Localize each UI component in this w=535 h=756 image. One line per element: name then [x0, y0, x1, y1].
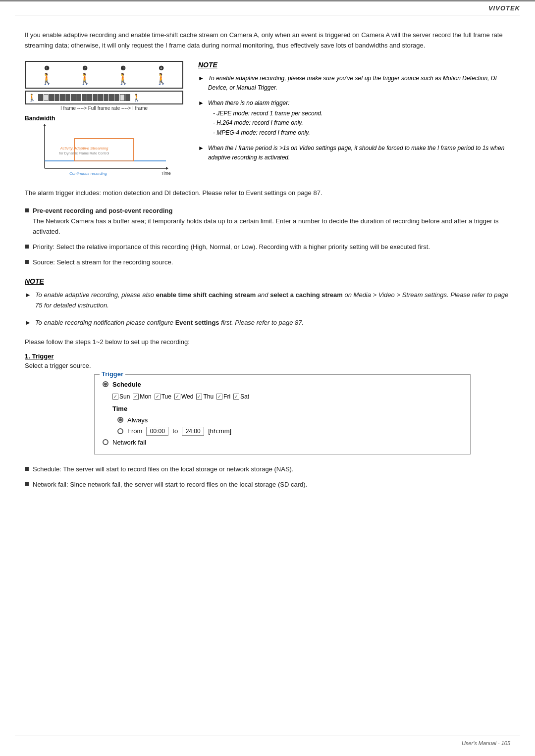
note-arrow-2: ► — [198, 99, 204, 138]
trigger-heading: 1. Trigger — [25, 353, 510, 360]
note-text-3: When the I frame period is >1s on Video … — [208, 144, 510, 162]
bottom-bullet-2: Network fail: Since network fail, the se… — [25, 480, 510, 490]
svg-text:Continuous recording: Continuous recording — [69, 171, 107, 176]
note-item-3: ► When the I frame period is >1s on Vide… — [198, 144, 510, 162]
person-icon-3: 🚶 — [116, 73, 130, 86]
frame-cell-8 — [76, 94, 81, 101]
wednesday-checkbox[interactable]: ✓ Wed — [174, 393, 193, 400]
frames-bar: 🚶 — [25, 91, 183, 104]
bottom-bullet-square-2 — [25, 482, 29, 486]
note-arrow-1: ► — [198, 74, 204, 93]
bottom-bullet-section: Schedule: The server will start to recor… — [25, 464, 510, 490]
frame-cell-4 — [54, 94, 59, 101]
time-options: Always From to [hh:mm] — [117, 416, 462, 436]
thursday-label: Thu — [203, 393, 214, 400]
person-icon-1: 🚶 — [40, 73, 54, 86]
frame-cell-10 — [87, 94, 92, 101]
hhmm-label: [hh:mm] — [208, 427, 231, 435]
bottom-bullet-text-1: Schedule: The server will start to recor… — [33, 464, 510, 475]
chart-svg: Activity Adaptive Streaming for Dynamic … — [25, 124, 183, 178]
svg-text:for Dynamic Frame Rate Control: for Dynamic Frame Rate Control — [59, 151, 109, 155]
thursday-checkbox[interactable]: ✓ Thu — [196, 393, 214, 400]
bullet-title-1: Pre-event recording and post-event recor… — [33, 207, 172, 214]
trigger-box-title: Trigger — [100, 370, 125, 378]
frame-cell-7 — [71, 94, 76, 101]
friday-check-icon: ✓ — [216, 394, 222, 400]
frame-label-row: I frame ----> Full frame rate ----> I fr… — [25, 105, 183, 111]
note-item-2: ► When there is no alarm trigger: - JEPE… — [198, 99, 510, 138]
big-note-arrow-1: ► — [25, 290, 31, 311]
from-input[interactable] — [146, 427, 168, 436]
bullet-item-2: Priority: Select the relative importance… — [25, 242, 510, 252]
friday-checkbox[interactable]: ✓ Fri — [216, 393, 230, 400]
schedule-row: Schedule — [103, 381, 462, 388]
content-area: If you enable adaptive recording and ena… — [0, 15, 535, 517]
friday-label: Fri — [223, 393, 230, 400]
bottom-bullet-text-2: Network fail: Since network fail, the se… — [33, 480, 510, 490]
note-title: NOTE — [198, 61, 510, 69]
network-fail-label: Network fail — [112, 439, 146, 446]
schedule-label: Schedule — [112, 381, 141, 388]
frame-cell-13 — [104, 94, 108, 101]
tuesday-check-icon: ✓ — [155, 394, 160, 400]
trigger-box: Trigger Schedule ✓ Sun ✓ Mon — [94, 374, 471, 454]
tuesday-label: Tue — [161, 393, 171, 400]
always-radio[interactable] — [117, 417, 123, 423]
wednesday-check-icon: ✓ — [174, 394, 180, 400]
note-text-2-wrapper: When there is no alarm trigger: - JEPE m… — [208, 99, 322, 138]
network-fail-radio[interactable] — [103, 439, 108, 445]
svg-marker-3 — [166, 167, 168, 170]
steps-intro: Please follow the steps 1~2 below to set… — [25, 338, 510, 346]
time-label: Time — [112, 405, 462, 412]
sub-item-3: - MPEG-4 mode: record I frame only. — [213, 128, 322, 138]
saturday-checkbox[interactable]: ✓ Sat — [233, 393, 249, 400]
figures-box: ❶ 🚶 ❷ 🚶 ❸ 🚶 ❹ 🚶 — [25, 61, 183, 89]
note-text-1: To enable adaptive recording, please mak… — [208, 74, 510, 93]
footer-text: User's Manual - 105 — [462, 740, 510, 746]
schedule-radio[interactable] — [103, 381, 108, 387]
big-note-item-2: ► To enable recording notification pleas… — [25, 318, 510, 328]
small-person-icon: 🚶 — [28, 94, 36, 101]
frame-cell-5 — [60, 94, 65, 101]
from-radio[interactable] — [117, 428, 123, 434]
person-icon-4: 🚶 — [155, 73, 168, 86]
person-icon-2: 🚶 — [78, 73, 92, 86]
always-label: Always — [127, 416, 148, 424]
sunday-check-icon: ✓ — [112, 394, 118, 400]
sunday-checkbox[interactable]: ✓ Sun — [112, 393, 130, 400]
to-input[interactable] — [182, 427, 204, 436]
note-text-2: When there is no alarm trigger: — [208, 100, 290, 106]
bullet-text-1: Pre-event recording and post-event recor… — [33, 206, 510, 237]
frame-cell-2 — [44, 94, 49, 101]
saturday-check-icon: ✓ — [233, 394, 239, 400]
big-note-text-1: To enable adaptive recording, please als… — [35, 290, 510, 311]
to-label: to — [172, 427, 178, 435]
figure-2: ❷ 🚶 — [78, 65, 92, 86]
trigger-subtext: Select a trigger source. — [25, 362, 510, 369]
network-fail-row: Network fail — [103, 439, 462, 446]
svg-text:Activity Adaptive Streaming: Activity Adaptive Streaming — [59, 146, 108, 151]
diagram-column: ❶ 🚶 ❷ 🚶 ❸ 🚶 ❹ 🚶 — [25, 61, 183, 178]
frame-cell-3 — [49, 94, 54, 101]
bullet-section: Pre-event recording and post-event recor… — [25, 206, 510, 267]
note-arrow-3: ► — [198, 144, 204, 162]
footer-divider — [15, 736, 520, 736]
frame-cell-17 — [125, 94, 130, 101]
intro-paragraph: If you enable adaptive recording and ena… — [25, 30, 510, 51]
bottom-bullet-square-1 — [25, 467, 29, 471]
monday-checkbox[interactable]: ✓ Mon — [133, 393, 151, 400]
note-sub-list: - JEPE mode: record 1 frame per second. … — [208, 109, 322, 138]
big-note-section: NOTE ► To enable adaptive recording, ple… — [25, 277, 510, 328]
saturday-label: Sat — [240, 393, 249, 400]
frame-grid — [38, 94, 130, 101]
frame-cell-16 — [120, 94, 125, 101]
page: VIVOTEK If you enable adaptive recording… — [0, 0, 535, 756]
frame-cell-14 — [109, 94, 114, 101]
note-item-1: ► To enable adaptive recording, please m… — [198, 74, 510, 93]
small-person-icon-2: 🚶 — [132, 94, 141, 101]
big-note-item-1: ► To enable adaptive recording, please a… — [25, 290, 510, 311]
monday-label: Mon — [140, 393, 151, 400]
frame-label: I frame ----> Full frame rate ----> I fr… — [60, 105, 148, 111]
tuesday-checkbox[interactable]: ✓ Tue — [155, 393, 171, 400]
bullet-square-1 — [25, 208, 29, 212]
